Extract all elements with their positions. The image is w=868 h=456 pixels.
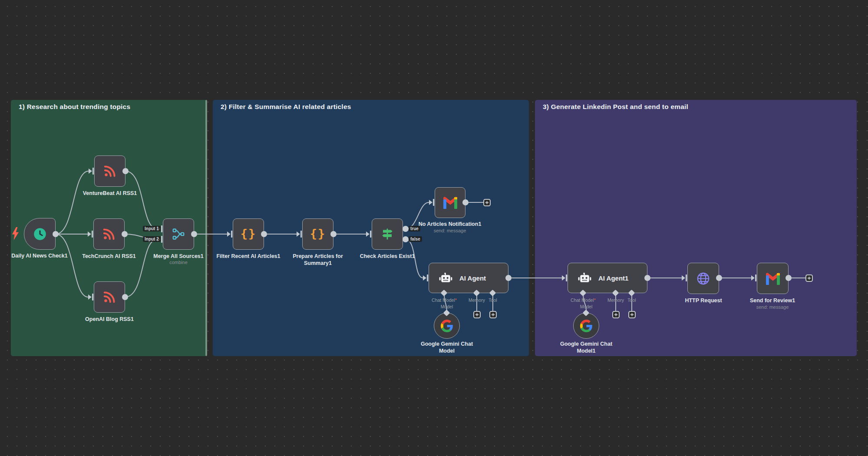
node-filter-recent-articles[interactable]: {}	[233, 218, 264, 250]
model-label: Model	[567, 304, 606, 309]
model-label: Model	[427, 304, 466, 309]
input-port[interactable]	[297, 231, 302, 238]
input-port[interactable]	[429, 199, 435, 206]
add-tool-button[interactable]	[489, 311, 497, 318]
node-subtitle: send: message	[406, 228, 493, 233]
input-port[interactable]	[562, 274, 568, 281]
node-label: Google Gemini Chat Model1	[556, 340, 617, 354]
google-g-icon	[441, 320, 453, 332]
node-openai-blog-rss[interactable]	[94, 281, 125, 313]
node-label: Check Articles Exist1	[344, 253, 431, 260]
section-title: 1) Research about trending topics	[19, 103, 130, 111]
input-port[interactable]	[682, 274, 687, 281]
output-port[interactable]	[122, 231, 128, 237]
tool-label: Tool	[612, 297, 651, 303]
node-http-request[interactable]	[687, 263, 719, 294]
node-label: No Articles Notification1	[406, 221, 493, 228]
output-port[interactable]	[505, 275, 512, 281]
node-title: AI Agent1	[598, 274, 628, 282]
node-techcrunch-rss[interactable]	[93, 218, 125, 250]
section-title: 2) Filter & Summarise AI related article…	[221, 103, 351, 111]
node-daily-ai-news-check[interactable]	[24, 218, 56, 250]
rss-icon	[103, 165, 116, 178]
node-prepare-articles[interactable]: {}	[302, 218, 333, 250]
chat-model-text: Chat Model	[571, 297, 594, 303]
input-port[interactable]	[88, 231, 93, 238]
false-output-chip: false	[409, 236, 422, 242]
node-label: Filter Recent AI Articles1	[205, 253, 292, 260]
required-mark: *	[594, 297, 596, 303]
input-port[interactable]	[366, 231, 372, 238]
node-label: OpenAI Blog RSS1	[66, 316, 153, 323]
output-port[interactable]	[191, 231, 197, 237]
output-port[interactable]	[122, 294, 128, 300]
section-edge-highlight	[205, 100, 207, 356]
node-ai-agent[interactable]: AI Agent	[429, 263, 508, 293]
gmail-icon	[442, 196, 459, 209]
node-no-articles-notification[interactable]	[435, 187, 465, 218]
required-mark: *	[455, 297, 457, 303]
node-gemini-chat-model[interactable]	[434, 313, 460, 339]
gmail-icon	[765, 272, 781, 285]
node-gemini-chat-model1[interactable]	[573, 313, 599, 339]
node-label: VentureBeat AI RSS1	[66, 190, 153, 197]
node-label: Prepare Articles for Summary1	[285, 253, 350, 267]
add-memory-button[interactable]	[473, 311, 481, 318]
output-port[interactable]	[261, 231, 267, 237]
merge-icon	[172, 228, 185, 241]
node-subtitle: combine	[135, 260, 222, 265]
code-icon: {}	[241, 228, 257, 239]
node-label: Google Gemini Chat Model	[416, 340, 477, 354]
input-port[interactable]	[88, 294, 94, 301]
output-port[interactable]	[716, 275, 722, 281]
merge-input2-chip: Input 2	[143, 236, 161, 242]
output-port[interactable]	[644, 275, 650, 281]
output-port[interactable]	[122, 168, 129, 174]
add-node-button[interactable]	[483, 199, 491, 206]
rss-icon	[103, 291, 116, 304]
add-tool-button[interactable]	[628, 311, 636, 318]
add-memory-button[interactable]	[612, 311, 620, 318]
input-port[interactable]	[89, 168, 94, 175]
chat-model-text: Chat Model	[432, 297, 455, 303]
input-port[interactable]	[227, 231, 233, 238]
node-label: Send for Review1	[729, 297, 816, 304]
input-port[interactable]	[751, 274, 757, 281]
node-title: AI Agent	[459, 274, 486, 282]
robot-icon	[439, 272, 453, 284]
robot-icon	[578, 272, 592, 284]
if-signpost-icon	[380, 227, 394, 241]
globe-icon	[696, 271, 710, 286]
rss-icon	[102, 228, 116, 241]
clock-icon	[33, 228, 46, 241]
output-port[interactable]	[53, 231, 59, 237]
node-send-for-review[interactable]	[757, 263, 789, 294]
google-g-icon	[580, 320, 593, 332]
tool-label: Tool	[473, 297, 512, 303]
merge-input1-chip: Input 1	[143, 226, 161, 231]
code-icon: {}	[310, 228, 326, 239]
node-ai-agent1[interactable]: AI Agent1	[568, 263, 647, 293]
output-port[interactable]	[785, 275, 792, 281]
input-port[interactable]	[423, 274, 429, 281]
output-port[interactable]	[330, 231, 337, 237]
execute-bolt-icon[interactable]	[12, 227, 19, 242]
section-title: 3) Generate Linkedin Post and send to em…	[543, 103, 688, 111]
output-port[interactable]	[462, 199, 469, 205]
node-merge-all-sources[interactable]	[163, 218, 194, 250]
node-venturebeat-rss[interactable]	[94, 155, 125, 187]
node-subtitle: send: message	[729, 304, 816, 310]
add-node-button[interactable]	[805, 274, 813, 282]
output-port-false[interactable]	[403, 236, 409, 242]
node-check-articles-exist[interactable]	[372, 218, 403, 250]
